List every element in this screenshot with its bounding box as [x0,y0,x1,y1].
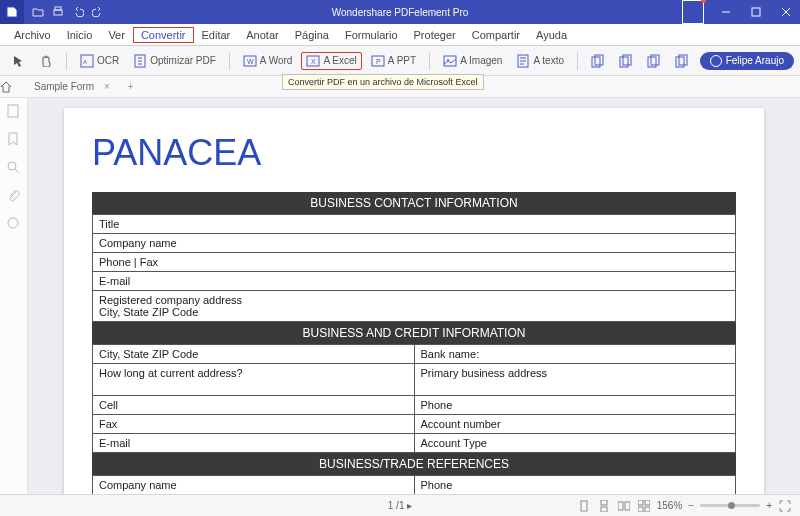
bookmarks-icon[interactable] [6,132,22,148]
page-indicator[interactable]: 1 /1 ▸ [388,500,412,511]
svg-line-26 [15,169,19,173]
close-button[interactable] [772,0,800,24]
table-row: Registered company address City, State Z… [93,291,736,322]
svg-point-27 [8,218,18,228]
pointer-tool[interactable] [6,51,30,71]
batch-icon [591,54,605,68]
menu-editar[interactable]: Editar [194,26,239,44]
user-chip[interactable]: Felipe Araujo [700,52,794,70]
thumbnails-icon[interactable] [6,104,22,120]
batch-icon [647,54,661,68]
svg-text:X: X [311,58,316,65]
section-2-table: City, State ZIP CodeBank name: How long … [92,344,736,453]
menu-proteger[interactable]: Proteger [406,26,464,44]
batch-4-button[interactable] [670,51,694,71]
app-title: Wondershare PDFelement Pro [332,7,469,18]
menu-anotar[interactable]: Anotar [238,26,286,44]
svg-rect-30 [601,507,607,512]
attachments-icon[interactable] [6,188,22,204]
to-ppt-button[interactable]: PA PPT [366,51,421,71]
to-image-button[interactable]: A Imagen [438,51,507,71]
to-text-button[interactable]: A texto [511,51,569,71]
to-word-button[interactable]: WA Word [238,51,298,71]
ocr-icon: A [80,54,94,68]
view-single-icon[interactable] [577,499,591,513]
svg-rect-0 [54,10,62,15]
hand-tool[interactable] [34,51,58,71]
zoom-level: 156% [657,500,683,511]
section-1-table: Title Company name Phone | Fax E-mail Re… [92,214,736,322]
menu-archivo[interactable]: Archivo [6,26,59,44]
search-icon[interactable] [6,160,22,176]
menu-convertir[interactable]: Convertir [133,27,194,43]
maximize-button[interactable] [742,0,770,24]
cell: Phone [414,396,736,415]
svg-text:P: P [376,58,381,65]
print-icon[interactable] [52,6,64,18]
minimize-button[interactable] [712,0,740,24]
batch-icon [675,54,689,68]
sidebar [0,98,28,494]
open-icon[interactable] [32,6,44,18]
cell: Phone [414,476,736,495]
close-tab-icon[interactable]: × [104,81,110,92]
undo-icon[interactable] [72,6,84,18]
view-continuous-icon[interactable] [597,499,611,513]
ocr-button[interactable]: AOCR [75,51,124,71]
excel-icon: X [306,54,320,68]
menu-formulario[interactable]: Formulario [337,26,406,44]
word-icon: W [243,54,257,68]
table-row: E-mail [93,272,736,291]
redo-icon[interactable] [92,6,104,18]
cell: Cell [93,396,415,415]
document-tab[interactable]: Sample Form× [24,76,120,98]
table-row: Company name [93,234,736,253]
fullscreen-icon[interactable] [778,499,792,513]
zoom-thumb[interactable] [728,502,735,509]
pointer-icon [11,54,25,68]
optimize-button[interactable]: Optimizar PDF [128,51,221,71]
view-facing-icon[interactable] [617,499,631,513]
new-tab-button[interactable]: + [120,81,142,92]
separator [577,52,578,70]
app-logo [0,0,24,24]
svg-text:A: A [83,59,87,65]
cell: Company name [93,476,415,495]
to-excel-button[interactable]: XA Excel [301,52,361,70]
svg-rect-32 [625,502,630,510]
svg-rect-24 [8,105,18,117]
view-facing-cont-icon[interactable] [637,499,651,513]
canvas[interactable]: PANACEA BUSINESS CONTACT INFORMATION Tit… [28,98,800,494]
batch-2-button[interactable] [614,51,638,71]
menu-ayuda[interactable]: Ayuda [528,26,575,44]
section-3-table: Company namePhone AddressFax City, State… [92,475,736,494]
menu-inicio[interactable]: Inicio [59,26,101,44]
batch-3-button[interactable] [642,51,666,71]
avatar-icon [710,55,722,67]
table-row: Phone | Fax [93,253,736,272]
table-row: Title [93,215,736,234]
separator [66,52,67,70]
cell: Fax [93,415,415,434]
batch-icon [619,54,633,68]
home-tab[interactable] [0,81,24,93]
separator [429,52,430,70]
cell: How long at current address? [93,364,415,396]
zoom-out-button[interactable]: − [688,500,694,511]
toolbar: AOCR Optimizar PDF WA Word XA Excel PA P… [0,46,800,76]
cell: City, State ZIP Code [93,345,415,364]
mail-icon[interactable] [682,0,710,24]
menu-ver[interactable]: Ver [100,26,133,44]
menu-bar: Archivo Inicio Ver Convertir Editar Anot… [0,24,800,46]
ppt-icon: P [371,54,385,68]
menu-compartir[interactable]: Compartir [464,26,528,44]
menu-pagina[interactable]: Página [287,26,337,44]
svg-rect-28 [581,501,587,511]
svg-point-25 [8,162,16,170]
optimize-icon [133,54,147,68]
comments-icon[interactable] [6,216,22,232]
page: PANACEA BUSINESS CONTACT INFORMATION Tit… [64,108,764,494]
batch-1-button[interactable] [586,51,610,71]
zoom-slider[interactable] [700,504,760,507]
zoom-in-button[interactable]: + [766,500,772,511]
